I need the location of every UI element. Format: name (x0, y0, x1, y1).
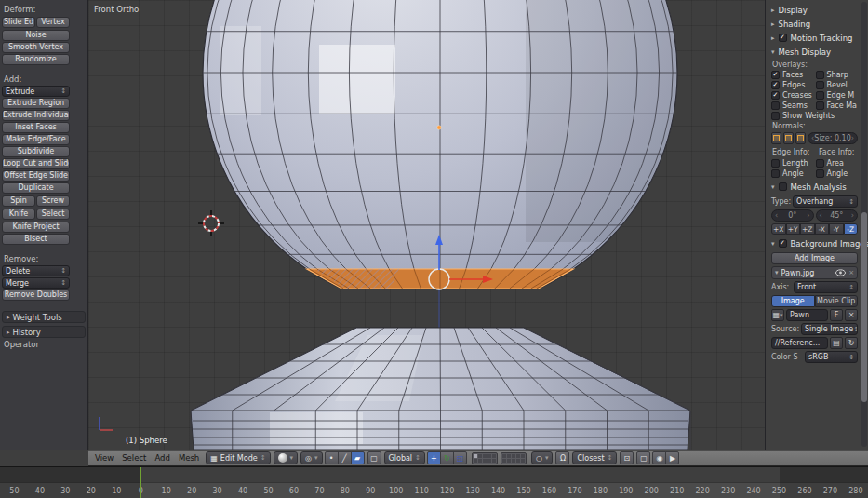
duplicate-button[interactable]: Duplicate (2, 182, 70, 194)
mesh-display-panel-header[interactable]: ▾Mesh Display (771, 45, 858, 59)
loose-edge-normals-icon[interactable] (783, 132, 794, 144)
layers-grid-right[interactable] (501, 452, 527, 464)
faces-checkbox[interactable]: ✓Faces (771, 71, 814, 79)
add-menu[interactable]: Add (154, 453, 169, 463)
snap-target-dropdown[interactable]: Closest↕ (572, 451, 617, 464)
opengl-render-button[interactable]: ◉ (652, 451, 666, 464)
layers-grid-left[interactable] (472, 452, 498, 464)
history-panel-header[interactable]: ▸History (2, 326, 86, 338)
properties-scrollbar[interactable] (861, 2, 867, 447)
loop-cut-button[interactable]: Loop Cut and Slide (2, 158, 70, 169)
mode-dropdown[interactable]: ▦Edit Mode↕ (206, 451, 270, 464)
orientation-dropdown[interactable]: Global↕ (384, 451, 425, 464)
timeline-ruler[interactable] (0, 482, 868, 498)
rotate-manipulator-button[interactable]: ↻ (440, 451, 454, 464)
edge-length-checkbox[interactable]: Length (771, 159, 814, 168)
axis-dropdown[interactable]: Front↕ (794, 281, 858, 293)
motion-tracking-checkbox[interactable]: ✓ (779, 34, 787, 42)
movie-clip-tab[interactable]: Movie Clip (815, 295, 859, 307)
merge-dropdown[interactable]: Merge↕ (2, 277, 70, 289)
edge-select-button[interactable]: ╱ (338, 451, 352, 464)
add-image-button[interactable]: Add Image (771, 252, 858, 264)
layers-widget[interactable] (472, 452, 527, 464)
image-browse-icon[interactable]: ▦▾ (771, 309, 784, 321)
shading-panel-header[interactable]: ▸Shading (771, 17, 858, 31)
face-area-checkbox[interactable]: Area (816, 159, 859, 168)
3d-viewport[interactable]: Front Ortho (1) Sphere (88, 0, 765, 450)
view-menu[interactable]: View (95, 453, 114, 463)
inset-faces-button[interactable]: Inset Faces (2, 122, 70, 133)
face-angle-checkbox[interactable]: Angle (816, 169, 859, 178)
subdivide-button[interactable]: Subdivide (2, 146, 70, 157)
mesh-menu[interactable]: Mesh (179, 453, 199, 463)
background-images-panel-header[interactable]: ▾✓Background Images (771, 236, 858, 250)
image-tab[interactable]: Image (771, 295, 815, 307)
scale-manipulator-button[interactable]: ◱ (453, 451, 467, 464)
fake-user-button[interactable]: F (830, 309, 843, 321)
eye-icon[interactable] (835, 269, 846, 276)
angle-min-slider[interactable]: ‹0°› (771, 209, 814, 222)
creases-checkbox[interactable]: ✓Creases (771, 91, 814, 100)
motion-tracking-panel-header[interactable]: ▸✓Motion Tracking (771, 31, 858, 45)
vertex-select-button[interactable]: • (325, 451, 339, 464)
timeline[interactable]: -50-40-30-20-100102030405060708090100110… (0, 466, 868, 498)
delete-dropdown[interactable]: Delete↕ (2, 265, 70, 276)
knife-project-button[interactable]: Knife Project (2, 222, 70, 233)
smooth-vertex-button[interactable]: Smooth Vertex (2, 42, 70, 53)
vertex-slide-button[interactable]: Vertex (36, 17, 70, 28)
extrude-individual-button[interactable]: Extrude Individual (2, 110, 70, 121)
image-name-field[interactable]: Pawn (786, 309, 828, 321)
viewport-shading-dropdown[interactable]: ▾ (274, 451, 299, 464)
source-dropdown[interactable]: Single Image↕ (801, 323, 858, 335)
mesh-analysis-panel-header[interactable]: ▾Mesh Analysis (771, 180, 858, 194)
knife-button[interactable]: Knife (2, 209, 35, 220)
pawn-mesh[interactable] (88, 0, 765, 450)
spin-button[interactable]: Spin (2, 195, 35, 207)
remove-image-icon[interactable]: × (848, 269, 854, 276)
knife-select-button[interactable]: Select (36, 209, 70, 220)
display-panel-header[interactable]: ▸Display (771, 3, 858, 17)
axis-neg-x-button[interactable]: -X (815, 223, 830, 235)
scrollbar-thumb[interactable] (861, 212, 867, 402)
current-frame-cursor[interactable] (140, 467, 141, 498)
translate-manipulator-button[interactable]: + (427, 451, 441, 464)
offset-edge-slide-button[interactable]: Offset Edge Slide (2, 170, 70, 182)
axis-neg-y-button[interactable]: -Y (829, 223, 844, 235)
remove-doubles-button[interactable]: Remove Doubles (2, 289, 70, 301)
proportional-editing-dropdown[interactable]: ○▾ (531, 451, 554, 464)
screw-button[interactable]: Screw (36, 195, 70, 207)
background-images-checkbox[interactable]: ✓ (779, 239, 787, 248)
snap-peel-button[interactable]: ▢ (636, 451, 650, 464)
slide-edge-button[interactable]: Slide Ed (2, 17, 35, 28)
vertex-normals-icon[interactable] (771, 132, 781, 144)
weight-tools-panel-header[interactable]: ▸Weight Tools (2, 311, 86, 323)
angle-max-slider[interactable]: ‹45°› (816, 209, 859, 222)
face-normals-icon[interactable] (795, 132, 806, 144)
background-image-item[interactable]: ▾ Pawn.jpg × (771, 266, 858, 279)
seams-checkbox[interactable]: Seams (771, 101, 814, 110)
sharp-checkbox[interactable]: Sharp (816, 71, 859, 79)
occlude-geometry-button[interactable]: ▢ (367, 451, 381, 464)
axis-neg-z-button[interactable]: -Z (844, 223, 859, 235)
bevel-checkbox[interactable]: Bevel (816, 81, 859, 89)
normals-size-slider[interactable]: ‹Size: 0.10› (808, 132, 858, 144)
face-select-button[interactable]: ▰ (351, 451, 365, 464)
pivot-center-dropdown[interactable]: ◎▾ (300, 451, 323, 464)
filepath-field[interactable]: //Referenc... (771, 337, 828, 349)
axis-pos-z-button[interactable]: +Z (800, 223, 815, 235)
axis-pos-y-button[interactable]: +Y (786, 223, 801, 235)
make-edge-face-button[interactable]: Make Edge/Face (2, 134, 70, 145)
snap-element-button[interactable]: ⊡ (620, 451, 634, 464)
show-weights-checkbox[interactable]: Show Weights (771, 112, 855, 120)
bisect-button[interactable]: Bisect (2, 234, 70, 245)
select-menu[interactable]: Select (122, 453, 146, 463)
extrude-region-button[interactable]: Extrude Region (2, 98, 70, 109)
refresh-icon[interactable]: ↻ (845, 337, 858, 349)
folder-icon[interactable]: ▤ (830, 337, 843, 349)
mesh-analysis-checkbox[interactable] (779, 182, 787, 191)
randomize-button[interactable]: Randomize (2, 54, 70, 65)
noise-button[interactable]: Noise (2, 30, 70, 41)
snap-magnet-button[interactable]: Ω (555, 451, 569, 464)
unlink-image-button[interactable]: × (845, 309, 858, 321)
color-space-dropdown[interactable]: sRGB↕ (805, 351, 858, 363)
